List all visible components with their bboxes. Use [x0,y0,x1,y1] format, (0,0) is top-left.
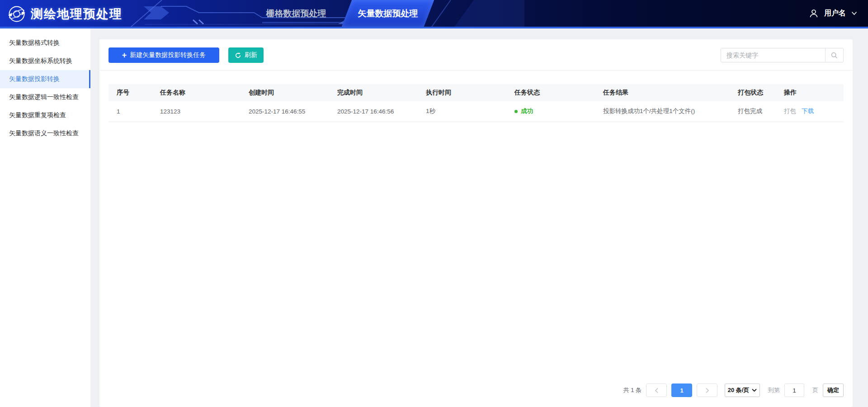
top-tabs: 栅格数据预处理 矢量数据预处理 [0,0,868,27]
pagination-total: 共 1 条 [623,386,642,394]
refresh-button[interactable]: 刷新 [228,47,264,63]
app-title: 测绘地理预处理 [31,6,123,22]
package-action[interactable]: 打包 [784,108,796,114]
cell-task-result: 投影转换成功1个/共处理1个文件() [595,101,730,122]
globe-orbit-icon [7,5,26,24]
page-size-value: 20 条/页 [728,386,750,394]
table-header-row: 序号 任务名称 创建时间 完成时间 执行时间 任务状态 任务结果 打包状态 操作 [108,84,844,101]
table-row: 1 123123 2025-12-17 16:46:55 2025-12-17 … [108,101,844,122]
user-menu[interactable]: 用户名 [809,0,857,27]
sidebar: 矢量数据格式转换 矢量数据坐标系统转换 矢量数据投影转换 矢量数据逻辑一致性检查… [0,28,90,407]
plus-icon: + [122,51,127,59]
cell-package-status: 打包完成 [730,101,776,122]
goto-page-input[interactable] [784,383,804,397]
confirm-button[interactable]: 确定 [823,383,844,397]
search-box [721,48,844,62]
sidebar-item-semantic-consistency-check[interactable]: 矢量数据语义一致性检查 [0,124,90,142]
chevron-down-icon [752,388,757,392]
chevron-down-icon [851,11,857,15]
col-task-name: 任务名称 [152,84,241,101]
sidebar-item-coordinate-conversion[interactable]: 矢量数据坐标系统转换 [0,52,90,70]
col-exec-time: 执行时间 [418,84,506,101]
sidebar-item-projection-conversion[interactable]: 矢量数据投影转换 [0,70,90,88]
status-text: 成功 [521,107,533,115]
col-task-status: 任务状态 [506,84,595,101]
col-actions: 操作 [776,84,844,101]
task-table: 序号 任务名称 创建时间 完成时间 执行时间 任务状态 任务结果 打包状态 操作 [108,84,844,122]
user-name: 用户名 [824,9,846,18]
app-header: 测绘地理预处理 栅格数据预处理 矢量数据预处理 用户名 [0,0,868,28]
main-content: + 新建矢量数据投影转换任务 刷新 [90,28,868,407]
download-link[interactable]: 下载 [802,108,814,114]
pagination: 共 1 条 1 20 条/页 [623,383,844,397]
col-package-status: 打包状态 [730,84,776,101]
search-icon [830,52,838,59]
sidebar-item-duplicate-check[interactable]: 矢量数据重复项检查 [0,106,90,124]
goto-prefix-label: 到第 [768,386,780,394]
cell-finished-time: 2025-12-17 16:46:56 [329,101,418,122]
status-badge: 成功 [514,107,590,115]
prev-page-button[interactable] [646,383,667,397]
new-task-button-label: 新建矢量数据投影转换任务 [130,51,206,59]
refresh-icon [235,52,241,59]
new-task-button[interactable]: + 新建矢量数据投影转换任务 [108,47,219,63]
tab-vector-preprocessing[interactable]: 矢量数据预处理 [347,0,429,27]
user-icon [809,9,819,19]
tab-raster-preprocessing[interactable]: 栅格数据预处理 [251,0,341,27]
page-size-select[interactable]: 20 条/页 [725,383,760,397]
col-task-result: 任务结果 [595,84,730,101]
col-finished-time: 完成时间 [329,84,418,101]
next-page-button[interactable] [697,383,717,397]
cell-task-name: 123123 [152,101,241,122]
goto-suffix-label: 页 [812,386,818,394]
cell-index: 1 [108,101,152,122]
chevron-right-icon [705,388,709,393]
sidebar-item-format-conversion[interactable]: 矢量数据格式转换 [0,34,90,52]
chevron-left-icon [655,388,659,393]
search-button[interactable] [825,48,843,62]
col-created-time: 创建时间 [241,84,329,101]
sidebar-item-logic-consistency-check[interactable]: 矢量数据逻辑一致性检查 [0,88,90,106]
task-table-wrap: 序号 任务名称 创建时间 完成时间 执行时间 任务状态 任务结果 打包状态 操作 [99,71,853,122]
search-input[interactable] [721,48,825,62]
page-number-button[interactable]: 1 [671,383,692,397]
refresh-button-label: 刷新 [245,51,257,59]
toolbar: + 新建矢量数据投影转换任务 刷新 [99,39,853,71]
col-index: 序号 [108,84,152,101]
cell-exec-time: 1秒 [418,101,506,122]
content-card: + 新建矢量数据投影转换任务 刷新 [99,39,853,407]
cell-created-time: 2025-12-17 16:46:55 [241,101,329,122]
status-dot-icon [514,110,518,113]
